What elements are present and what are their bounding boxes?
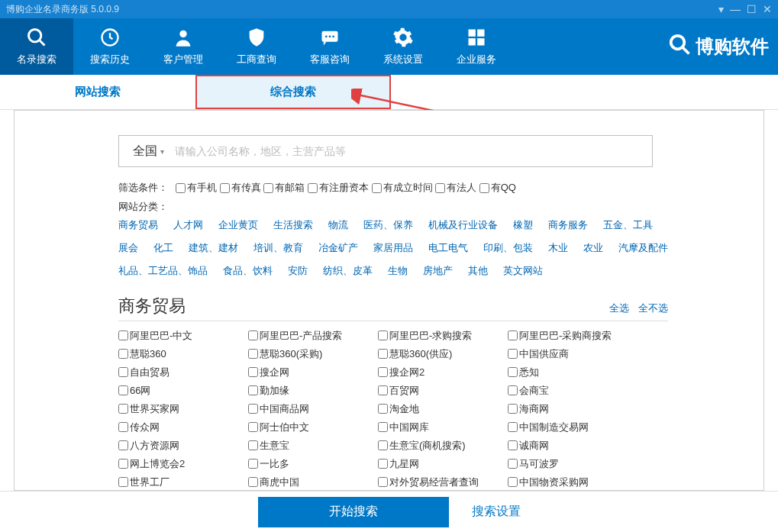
category-link[interactable]: 木业 [548,241,568,255]
filter-checkbox[interactable]: 有传真 [220,181,261,195]
site-checkbox[interactable]: 网上博览会2 [118,457,248,471]
close-icon[interactable]: ✕ [763,3,772,15]
site-checkbox[interactable]: 慧聪360(采购) [248,347,378,361]
category-link[interactable]: 橡塑 [513,218,533,232]
content-scroll[interactable]: 全国 ▾ 筛选条件： 有手机 有传真 有邮箱 有注册资本 有成立时间 有法人 有… [15,111,763,490]
toolbar-enterprise[interactable]: 企业服务 [440,18,513,75]
site-checkbox[interactable]: 中国物资采购网 [508,476,638,489]
search-input[interactable] [172,136,652,166]
category-link[interactable]: 农业 [583,241,603,255]
category-link[interactable]: 电工电气 [428,241,468,255]
category-link[interactable]: 英文网站 [503,264,543,278]
site-checkbox[interactable]: 勤加缘 [248,384,378,398]
category-link[interactable]: 化工 [153,241,173,255]
site-checkbox[interactable]: 生意宝(商机搜索) [378,439,508,453]
category-link[interactable]: 汽摩及配件 [618,241,668,255]
site-checkbox[interactable]: 海商网 [508,402,638,416]
site-checkbox[interactable]: 传众网 [118,421,248,434]
category-link[interactable]: 物流 [328,218,348,232]
filter-checkbox[interactable]: 有成立时间 [372,181,433,195]
site-checkbox[interactable]: 八方资源网 [118,439,248,453]
sub-tabs: 网站搜索 综合搜索 [0,75,778,110]
logo: 博购软件 [668,18,769,75]
category-link[interactable]: 机械及行业设备 [428,218,498,232]
category-link[interactable]: 建筑、建材 [189,241,238,255]
site-checkbox[interactable]: 世界买家网 [118,402,248,416]
site-checkbox[interactable]: 中国网库 [378,421,508,434]
filter-checkbox[interactable]: 有手机 [176,181,217,195]
site-checkbox[interactable]: 世界工厂 [118,476,248,489]
tab-website-search[interactable]: 网站搜索 [0,75,195,109]
site-checkbox[interactable]: 生意宝 [248,439,378,453]
site-checkbox[interactable]: 商虎中国 [248,476,378,489]
category-link[interactable]: 纺织、皮革 [323,264,373,278]
filter-checkbox[interactable]: 有QQ [479,181,516,195]
filter-checkbox[interactable]: 有邮箱 [263,181,305,195]
site-checkbox[interactable]: 慧聪360 [118,347,248,361]
site-checkbox[interactable]: 诚商网 [508,439,638,453]
site-checkbox[interactable]: 九星网 [378,457,508,471]
start-search-button[interactable]: 开始搜索 [258,497,449,527]
site-checkbox[interactable]: 悉知 [508,366,638,379]
category-link[interactable]: 冶金矿产 [318,241,358,255]
toolbar-customer[interactable]: 客户管理 [147,18,220,75]
site-checkbox[interactable]: 阿士伯中文 [248,421,378,434]
site-checkbox[interactable]: 搜企网 [248,366,378,379]
site-checkbox[interactable]: 淘金地 [378,402,508,416]
site-checkbox[interactable]: 阿里巴巴-中文 [118,329,248,343]
site-checkbox[interactable]: 阿里巴巴-产品搜索 [248,329,378,343]
toolbar-service[interactable]: 客服咨询 [293,18,366,75]
category-link[interactable]: 其他 [468,264,488,278]
category-link[interactable]: 企业黄页 [218,218,258,232]
region-selector[interactable]: 全国 ▾ [119,143,172,160]
category-link[interactable]: 五金、工具 [603,218,653,232]
site-checkbox[interactable]: 会商宝 [508,384,638,398]
toolbar-label: 工商查询 [237,53,276,66]
category-link[interactable]: 礼品、工艺品、饰品 [118,264,208,278]
shield-icon [246,27,267,48]
category-link[interactable]: 商务服务 [548,218,588,232]
site-checkbox[interactable]: 阿里巴巴-求购搜索 [378,329,508,343]
site-checkbox[interactable]: 中国供应商 [508,347,638,361]
category-link[interactable]: 食品、饮料 [223,264,273,278]
site-checkbox[interactable]: 搜企网2 [378,366,508,379]
site-checkbox[interactable]: 一比多 [248,457,378,471]
site-checkbox[interactable]: 慧聪360(供应) [378,347,508,361]
toolbar-settings[interactable]: 系统设置 [366,18,440,75]
toolbar-business[interactable]: 工商查询 [220,18,293,75]
category-link[interactable]: 生活搜索 [273,218,313,232]
minimize-icon[interactable]: — [730,3,741,15]
site-checkbox[interactable]: 阿里巴巴-采购商搜索 [508,329,638,343]
filter-checkbox[interactable]: 有注册资本 [308,181,369,195]
category-link[interactable]: 人才网 [173,218,203,232]
site-checkbox[interactable]: 自由贸易 [118,366,248,379]
toolbar-history[interactable]: 搜索历史 [73,18,147,75]
category-link[interactable]: 商务贸易 [118,218,158,232]
category-link[interactable]: 房地产 [423,264,453,278]
site-checkbox[interactable]: 66网 [118,384,248,398]
dropdown-icon[interactable]: ▾ [718,3,724,15]
site-checkbox[interactable]: 中国制造交易网 [508,421,638,434]
category-link[interactable]: 安防 [288,264,308,278]
select-all-link[interactable]: 全选 [609,302,629,314]
site-checkbox[interactable]: 百贸网 [378,384,508,398]
site-checkbox[interactable]: 马可波罗 [508,457,638,471]
toolbar-search[interactable]: 名录搜索 [0,18,73,75]
select-none-link[interactable]: 全不选 [638,302,668,314]
site-checkbox[interactable]: 对外贸易经营者查询 [378,476,508,489]
filter-row: 筛选条件： 有手机 有传真 有邮箱 有注册资本 有成立时间 有法人 有QQ [118,181,750,195]
tab-comprehensive-search[interactable]: 综合搜索 [195,75,391,109]
maximize-icon[interactable]: ☐ [747,3,757,15]
main-toolbar: 名录搜索 搜索历史 客户管理 工商查询 客服咨询 系统设置 企业服务 博购软件 [0,18,778,75]
category-link[interactable]: 家居用品 [373,241,413,255]
search-settings-button[interactable]: 搜索设置 [472,504,521,520]
category-link[interactable]: 展会 [118,241,138,255]
category-link[interactable]: 培训、教育 [253,241,303,255]
category-link[interactable]: 生物 [388,264,408,278]
category-link[interactable]: 印刷、包装 [483,241,533,255]
filter-checkbox[interactable]: 有法人 [435,181,476,195]
site-checkbox[interactable]: 中国商品网 [248,402,378,416]
svg-rect-11 [477,38,484,45]
category-link[interactable]: 医药、保养 [363,218,413,232]
region-text: 全国 [133,143,157,160]
